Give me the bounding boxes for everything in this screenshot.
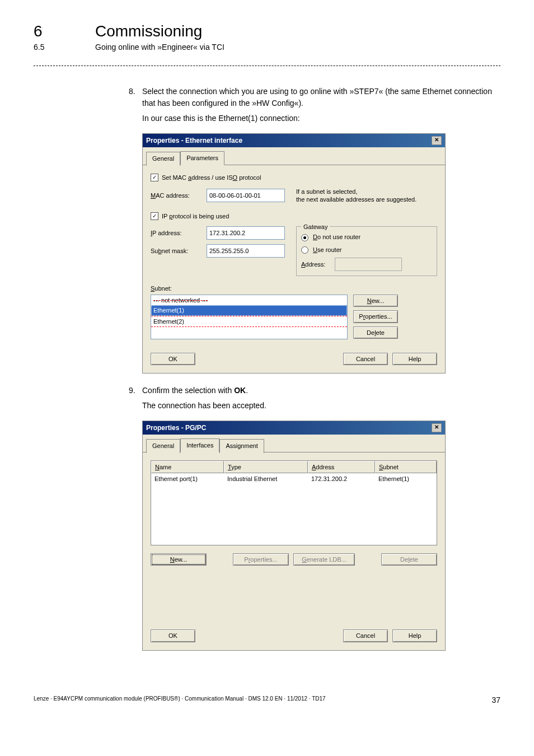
footer-text: Lenze · E94AYCPM communication module (P…: [34, 696, 326, 704]
dialog-title: Properties - PG/PC: [146, 423, 206, 433]
step-result: The connection has been accepted.: [142, 400, 500, 412]
mac-address-input[interactable]: [207, 189, 285, 202]
cell-address: 172.31.200.2: [308, 473, 375, 485]
tab-parameters[interactable]: Parameters: [180, 151, 224, 165]
label-mac-checkbox: Set MAC address / use ISO protocol: [162, 173, 261, 183]
radio-no-router[interactable]: [301, 234, 308, 241]
list-item[interactable]: Ethernet(1): [151, 305, 347, 316]
chapter-title: Commissioning: [95, 22, 202, 40]
delete-button[interactable]: Delete: [353, 326, 398, 339]
tab-interfaces[interactable]: Interfaces: [180, 438, 219, 452]
chapter-number: 6: [34, 22, 95, 40]
subnet-hint: If a subnet is selected, the next availa…: [296, 188, 416, 204]
label-mac-address: MAC address:: [151, 191, 207, 200]
cell-name: Ethernet port(1): [151, 473, 224, 485]
close-icon[interactable]: ✕: [432, 423, 442, 432]
section-title: Going online with »Engineer« via TCI: [95, 43, 224, 52]
step-number: 9.: [129, 385, 142, 396]
step-number: 8.: [129, 86, 142, 109]
interfaces-table[interactable]: Name Type Address Subnet Ethernet port(1…: [151, 460, 437, 545]
help-button[interactable]: Help: [392, 629, 437, 642]
separator: [34, 66, 500, 66]
close-icon[interactable]: ✕: [432, 136, 442, 145]
properties-button[interactable]: Properties...: [353, 310, 398, 323]
label-use-router: Use router: [313, 246, 341, 253]
label-router-address: Address:: [301, 260, 335, 269]
section-number: 6.5: [34, 43, 95, 52]
properties-button[interactable]: Properties...: [233, 553, 289, 566]
generate-ldb-button[interactable]: Generate LDB...: [293, 553, 355, 566]
col-address[interactable]: Address: [308, 461, 375, 474]
label-ip-address: IP address:: [151, 228, 207, 238]
router-address-input: [335, 258, 402, 271]
new-button[interactable]: New...: [151, 553, 207, 566]
col-type[interactable]: Type: [224, 461, 308, 474]
step-text: Confirm the selection with OK.: [142, 385, 500, 396]
cancel-button[interactable]: Cancel: [343, 629, 388, 642]
dialog-title: Properties - Ethernet interface: [146, 136, 242, 146]
label-no-router: Do not use router: [313, 234, 360, 240]
table-row[interactable]: Ethernet port(1) Industrial Ethernet 172…: [151, 473, 437, 485]
pgpc-properties-dialog: Properties - PG/PC ✕ General Interfaces …: [142, 421, 446, 651]
subnet-listbox[interactable]: --- not networked --- Ethernet(1) Ethern…: [151, 295, 348, 339]
cell-type: Industrial Ethernet: [224, 473, 308, 485]
help-button[interactable]: Help: [392, 353, 437, 366]
cancel-button[interactable]: Cancel: [343, 353, 388, 366]
ok-button[interactable]: OK: [151, 353, 195, 366]
ok-button[interactable]: OK: [151, 629, 195, 642]
label-subnet: Subnet:: [151, 284, 437, 293]
list-item[interactable]: --- not networked ---: [151, 295, 347, 306]
ip-address-input[interactable]: [207, 226, 285, 240]
radio-use-router[interactable]: [301, 246, 308, 254]
cell-subnet: Ethernet(1): [375, 473, 437, 485]
list-item[interactable]: Ethernet(2): [151, 316, 347, 328]
step-result: In our case this is the Ethernet(1) conn…: [142, 113, 500, 124]
label-ip-checkbox: IP protocol is being used: [162, 212, 229, 221]
checkbox-mac[interactable]: ✓: [151, 174, 158, 181]
ethernet-properties-dialog: Properties - Ethernet interface ✕ Genera…: [142, 133, 446, 374]
label-subnet-mask: Subnet mask:: [151, 246, 207, 256]
delete-button[interactable]: Delete: [381, 553, 437, 566]
checkbox-ip-protocol[interactable]: ✓: [151, 212, 158, 220]
col-subnet[interactable]: Subnet: [375, 461, 437, 474]
gateway-legend: Gateway: [301, 222, 330, 232]
page-number: 37: [491, 696, 500, 704]
step-text: Select the connection which you are usin…: [142, 86, 500, 109]
tab-assignment[interactable]: Assignment: [219, 439, 264, 453]
subnet-mask-input[interactable]: [207, 244, 285, 258]
tab-general[interactable]: General: [146, 152, 180, 166]
col-name[interactable]: Name: [151, 461, 224, 474]
tab-general[interactable]: General: [146, 439, 180, 453]
new-button[interactable]: New...: [353, 295, 398, 307]
